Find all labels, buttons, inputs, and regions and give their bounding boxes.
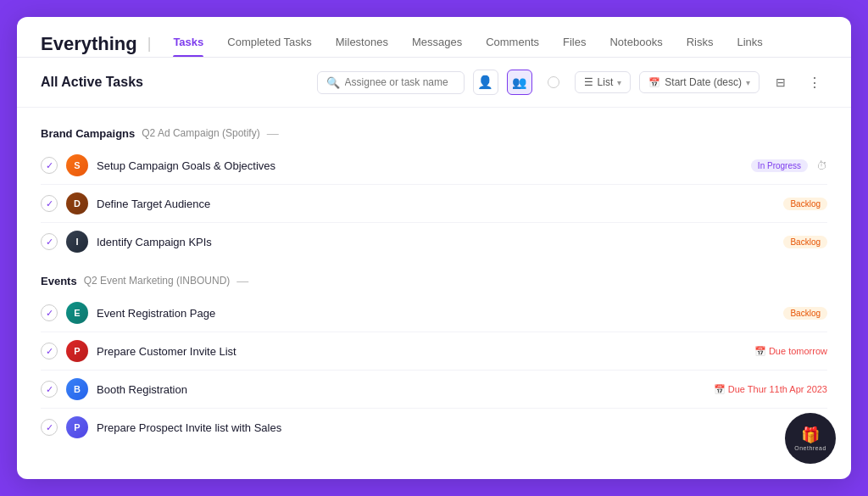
tab-milestones[interactable]: Milestones [324,31,400,57]
tab-messages[interactable]: Messages [400,31,474,57]
group-header-1: EventsQ2 Event Marketing (INBOUND)— [41,274,827,287]
group-name-1: Events [41,275,77,287]
task-check[interactable]: ✓ [41,233,58,250]
group-subtitle-1: Q2 Event Marketing (INBOUND) [84,275,231,287]
task-row: ✓BBooth Registration📅 Due Thur 11th Apr … [41,371,827,409]
sort-btn[interactable]: 📅 Start Date (desc) ▾ [639,71,760,93]
tab-tasks[interactable]: Tasks [161,31,215,57]
logo-icon: 🎁 [801,426,820,444]
more-icon: ⋮ [808,75,822,91]
list-icon: ☰ [584,76,593,88]
circle-icon [541,70,566,95]
chevron-down-icon-sort: ▾ [746,78,750,87]
logo-text: Onethread [794,445,826,451]
tab-completed-tasks[interactable]: Completed Tasks [215,31,323,57]
task-name: Event Registration Page [97,307,775,320]
list-view-btn[interactable]: ☰ List ▾ [575,71,632,93]
main-window: Everything | TasksCompleted TasksMilesto… [17,17,851,479]
task-badge: Backlog [783,236,827,248]
task-name: Identify Campaign KPIs [97,236,775,248]
task-check[interactable]: ✓ [41,195,58,212]
group-filter-icon[interactable]: 👥 [507,70,532,95]
search-input[interactable] [345,76,455,88]
task-check[interactable]: ✓ [41,381,58,398]
task-row: ✓PPrepare Customer Invite List📅 Due tomo… [41,332,827,371]
task-row: ✓DDefine Target AudienceBacklog [41,185,827,223]
page-title: Everything [41,33,137,55]
task-list-1: ✓EEvent Registration PageBacklog✓PPrepar… [41,294,827,446]
filter-icon-btn[interactable]: ⊟ [768,70,793,95]
tab-files[interactable]: Files [551,31,598,57]
group-icon: 👥 [512,75,526,89]
filter-icon: ⊟ [776,75,786,89]
group-collapse-0[interactable]: — [267,126,279,140]
chevron-down-icon: ▾ [617,78,621,87]
task-badge: Backlog [783,307,827,320]
avatar: D [66,192,88,215]
tab-comments[interactable]: Comments [474,31,551,57]
avatar: P [66,416,88,438]
header: Everything | TasksCompleted TasksMilesto… [17,17,851,58]
task-row: ✓PPrepare Prospect Invite list with Sale… [41,409,827,446]
calendar-icon: 📅 [648,77,660,88]
task-name: Prepare Prospect Invite list with Sales [97,421,827,434]
assignee-filter-icon[interactable]: 👤 [473,70,498,95]
task-check[interactable]: ✓ [41,419,58,436]
task-badge: In Progress [751,159,808,172]
search-box[interactable]: 🔍 [317,71,465,94]
person-icon: 👤 [477,75,493,90]
more-options-btn[interactable]: ⋮ [802,70,827,95]
nav-tabs: TasksCompleted TasksMilestonesMessagesCo… [161,31,774,57]
avatar: P [66,340,88,362]
task-check[interactable]: ✓ [41,343,58,359]
onethread-logo: 🎁 Onethread [785,413,836,464]
task-check[interactable]: ✓ [41,304,58,321]
task-list-0: ✓SSetup Campaign Goals & ObjectivesIn Pr… [41,147,827,260]
avatar: E [66,302,88,324]
clock-icon[interactable]: ⏱ [816,159,827,172]
group-1: EventsQ2 Event Marketing (INBOUND)—✓EEve… [41,274,827,446]
sort-label: Start Date (desc) [665,76,742,88]
list-label: List [598,76,614,88]
group-collapse-1[interactable]: — [236,274,248,287]
task-check[interactable]: ✓ [41,157,58,174]
task-row: ✓IIdentify Campaign KPIsBacklog [41,223,827,260]
task-due-date: 📅 Due tomorrow [754,346,827,357]
group-name-0: Brand Campaigns [41,127,135,140]
group-0: Brand CampaignsQ2 Ad Campaign (Spotify)—… [41,126,827,260]
task-due-date: 📅 Due Thur 11th Apr 2023 [714,384,827,395]
avatar: B [66,378,88,400]
avatar: I [66,231,88,253]
section-title: All Active Tasks [41,75,309,90]
search-icon: 🔍 [326,76,340,89]
task-name: Booth Registration [97,383,705,396]
task-row: ✓SSetup Campaign Goals & ObjectivesIn Pr… [41,147,827,185]
tab-risks[interactable]: Risks [675,31,726,57]
toolbar: All Active Tasks 🔍 👤 👥 ☰ List ▾ 📅 Start … [17,58,851,108]
task-row: ✓EEvent Registration PageBacklog [41,294,827,332]
tab-notebooks[interactable]: Notebooks [598,31,674,57]
group-subtitle-0: Q2 Ad Campaign (Spotify) [142,127,259,139]
task-name: Setup Campaign Goals & Objectives [97,159,743,172]
content-area: Brand CampaignsQ2 Ad Campaign (Spotify)—… [17,108,851,473]
avatar: S [66,154,88,176]
task-name: Prepare Customer Invite List [97,345,746,358]
task-badge: Backlog [783,198,827,210]
task-name: Define Target Audience [97,198,775,210]
header-divider: | [147,35,152,53]
tab-links[interactable]: Links [725,31,774,57]
group-header-0: Brand CampaignsQ2 Ad Campaign (Spotify)— [41,126,827,140]
